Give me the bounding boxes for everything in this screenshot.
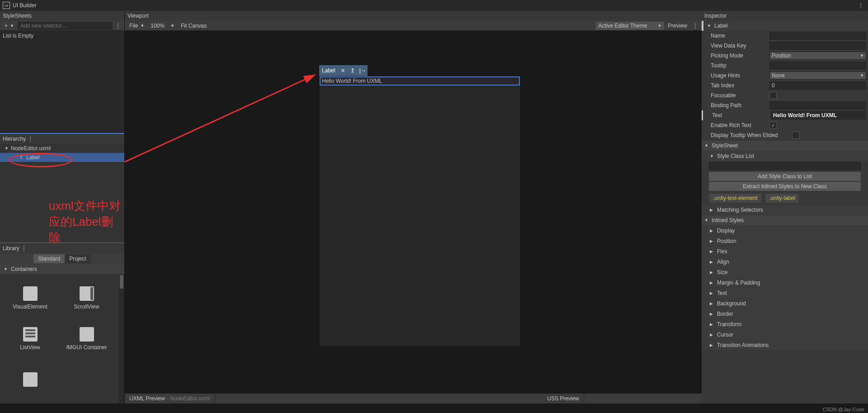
lib-scrollview[interactable]: ScrollView: [58, 278, 115, 318]
position-foldout[interactable]: ▶Position: [702, 236, 868, 246]
titlebar-menu-icon[interactable]: ⋮: [856, 2, 865, 9]
uxml-canvas[interactable]: Hello World! From UXML: [319, 76, 520, 347]
hierarchy-header: Hierarchy ⋮: [0, 134, 124, 144]
hierarchy-item-label: Label: [26, 154, 39, 161]
inspector-element-header[interactable]: ▼ Label: [702, 21, 868, 31]
richtext-checkbox[interactable]: ✓: [769, 122, 777, 129]
stylesheets-body: List is Empty: [0, 31, 124, 133]
name-label: Name: [711, 33, 769, 39]
svg-line-0: [125, 75, 315, 162]
lib-more[interactable]: [2, 359, 58, 400]
app-title: UI Builder: [13, 2, 37, 9]
name-field[interactable]: [769, 32, 866, 40]
text-foldout[interactable]: ▶Text: [702, 288, 868, 298]
matching-selectors-foldout[interactable]: ▶Matching Selectors: [702, 205, 868, 215]
extract-styles-button[interactable]: Extract Inlined Styles to New Class: [709, 182, 861, 191]
cursor-foldout[interactable]: ▶Cursor: [702, 330, 868, 340]
focusable-checkbox[interactable]: [769, 92, 777, 99]
size-foldout[interactable]: ▶Size: [702, 267, 868, 277]
tooltip-field[interactable]: [769, 62, 866, 70]
lib-listview[interactable]: ListView: [2, 318, 58, 359]
library-tabs: Standard Project: [0, 253, 124, 264]
badge-label[interactable]: .unity-label: [765, 194, 799, 203]
selector-input[interactable]: [18, 22, 113, 30]
anchor-right-icon[interactable]: |→: [358, 65, 368, 76]
zoom-dropdown[interactable]: 100%▼: [148, 22, 177, 30]
viewport-canvas-area[interactable]: Label ≡ ↥ |→ Hello World! From UXML: [125, 31, 702, 394]
app-icon: UI: [3, 2, 10, 9]
tooltip-label: Tooltip: [711, 62, 769, 69]
align-foldout[interactable]: ▶Align: [702, 257, 868, 267]
hierarchy-menu-icon[interactable]: ⋮: [26, 136, 35, 142]
viewport-toolbar: File▼ 100%▼ Fit Canvas Active Editor The…: [125, 21, 702, 31]
elidedtooltip-label: Display Tooltip When Elided: [711, 132, 792, 138]
preview-button[interactable]: Preview: [665, 22, 690, 30]
styleclass-input[interactable]: [709, 162, 861, 170]
expand-icon[interactable]: ▼: [5, 146, 9, 151]
text-label: Text: [712, 112, 771, 119]
border-foldout[interactable]: ▶Border: [702, 309, 868, 319]
pickingmode-label: Picking Mode: [711, 52, 769, 59]
titlebar: UI UI Builder ⋮: [0, 0, 868, 11]
stylesheets-menu-icon[interactable]: ⋮: [113, 23, 123, 29]
expand-icon: ▼: [4, 267, 8, 271]
theme-dropdown[interactable]: Active Editor Theme▼: [596, 22, 665, 30]
tab-project[interactable]: Project: [65, 254, 90, 263]
bindingpath-label: Binding Path: [711, 102, 769, 109]
viewport-menu-icon[interactable]: ⋮: [691, 23, 700, 29]
margin-padding-foldout[interactable]: ▶Margin & Padding: [702, 278, 868, 288]
file-menu[interactable]: File▼: [127, 22, 147, 30]
fit-canvas-button[interactable]: Fit Canvas: [178, 22, 209, 30]
add-stylesheet-button[interactable]: +▼: [2, 22, 17, 30]
tabindex-field[interactable]: [769, 81, 866, 90]
hierarchy-root[interactable]: ▼ NodeEditor.uxml: [0, 144, 124, 153]
viewdatakey-label: View Data Key: [711, 43, 769, 49]
focusable-label: Focusable: [711, 92, 769, 99]
usagehints-select[interactable]: None▼: [769, 71, 866, 80]
display-foldout[interactable]: ▶Display: [702, 226, 868, 236]
usagehints-label: Usage Hints: [711, 72, 769, 79]
left-column: StyleSheets +▼ ⋮ List is Empty Hierarchy…: [0, 11, 125, 404]
anchor-top-icon[interactable]: ↥: [348, 65, 358, 76]
align-icon[interactable]: ≡: [338, 65, 348, 76]
hierarchy-label-item[interactable]: T Label: [0, 153, 124, 162]
canvas-selection-header: Label ≡ ↥ |→: [319, 65, 368, 76]
center-column: Viewport File▼ 100%▼ Fit Canvas Active E…: [125, 11, 702, 404]
library-scrollbar[interactable]: [119, 274, 124, 404]
bindingpath-field[interactable]: [769, 101, 866, 109]
uxml-preview-tab[interactable]: UXML Preview - NodeEditor.uxml: [125, 394, 215, 404]
scrollview-icon: [80, 286, 94, 301]
lib-imgui[interactable]: IMGUI Container: [58, 318, 115, 359]
viewdatakey-field[interactable]: [769, 42, 866, 50]
styleclasslist-foldout[interactable]: ▼Style Class List: [702, 151, 868, 161]
flex-foldout[interactable]: ▶Flex: [702, 247, 868, 256]
transition-foldout[interactable]: ▶Transition Animations: [702, 340, 868, 350]
elidedtooltip-checkbox[interactable]: [792, 132, 799, 139]
library-body: VisualElement ScrollView ListView IMGUI …: [0, 274, 124, 404]
uss-preview-tab[interactable]: USS Preview: [542, 394, 584, 404]
text-field[interactable]: [771, 111, 866, 119]
pickingmode-select[interactable]: Position▼: [769, 52, 866, 60]
empty-text: List is Empty: [3, 33, 33, 39]
hierarchy-file: NodeEditor.uxml: [11, 145, 51, 152]
expand-icon: ▼: [707, 24, 712, 28]
transform-foldout[interactable]: ▶Transform: [702, 319, 868, 329]
library-category[interactable]: ▼ Containers: [0, 264, 124, 274]
text-icon: T: [18, 154, 24, 161]
imgui-icon: [80, 327, 94, 342]
canvas-label-element[interactable]: Hello World! From UXML: [320, 76, 520, 85]
badge-text-element[interactable]: .unity-text-element: [709, 194, 761, 203]
tab-standard[interactable]: Standard: [33, 254, 65, 263]
inspector-body: Name View Data Key Picking ModePosition▼…: [702, 31, 868, 404]
library-menu-icon[interactable]: ⋮: [19, 245, 28, 252]
inlined-styles-foldout[interactable]: ▼Inlined Styles: [702, 215, 868, 225]
stylesheet-foldout[interactable]: ▼StyleSheet: [702, 141, 868, 151]
background-foldout[interactable]: ▶Background: [702, 299, 868, 309]
inspector-header: Inspector: [702, 11, 868, 21]
selection-label: Label: [319, 67, 338, 74]
annotation-text: uxml文件中对应的Label删除: [49, 198, 124, 246]
lib-visualelement[interactable]: VisualElement: [2, 278, 58, 318]
listview-icon: [23, 327, 38, 342]
inspector-column: Inspector ▼ Label Name View Data Key Pic…: [702, 11, 868, 404]
add-styleclass-button[interactable]: Add Style Class to List: [709, 172, 861, 181]
